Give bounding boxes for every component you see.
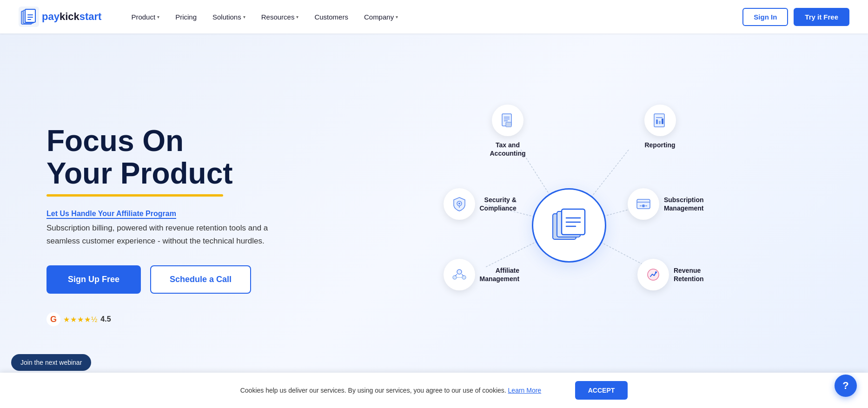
svg-point-29: [457, 270, 462, 274]
hero-buttons: Sign Up Free Schedule a Call: [46, 265, 307, 294]
node-label-tax: Tax and Accounting: [490, 141, 526, 158]
node-label-affiliate: Affiliate Management: [480, 266, 520, 283]
help-bubble[interactable]: ?: [835, 375, 857, 397]
svg-rect-22: [662, 118, 663, 124]
signin-button[interactable]: Sign In: [742, 8, 788, 26]
chevron-down-icon: ▾: [396, 14, 398, 20]
node-reporting: Reporting: [644, 105, 676, 149]
g2-logo: G: [46, 312, 60, 326]
node-circle-security: [444, 188, 475, 220]
node-affiliate: Affiliate Management: [444, 259, 520, 290]
nav-item-product[interactable]: Product ▾: [125, 9, 166, 25]
hero-subtitle: Let Us Handle Your Affiliate Program: [46, 210, 307, 218]
nav-links: Product ▾ Pricing Solutions ▾ Resources …: [125, 9, 742, 25]
node-circle-affiliate: [444, 259, 475, 290]
signup-button[interactable]: Sign Up Free: [46, 265, 141, 294]
node-tax: Tax and Accounting: [490, 105, 526, 158]
logo-text: paykickstart: [42, 11, 101, 23]
node-label-revenue: Revenue Retention: [674, 266, 704, 283]
node-subscription: Subscription Management: [628, 188, 704, 220]
hero-description: Subscription billing, powered with reven…: [46, 222, 279, 248]
center-logo-circle: [532, 188, 606, 263]
nav-item-resources[interactable]: Resources ▾: [255, 9, 305, 25]
nav-actions: Sign In Try it Free: [742, 8, 849, 26]
svg-rect-17: [506, 122, 511, 127]
hero-section: Focus On Your Product Let Us Handle Your…: [0, 33, 868, 408]
node-circle-subscription: [628, 188, 659, 220]
nav-item-customers[interactable]: Customers: [308, 9, 355, 25]
node-label-security: Security & Compliance: [480, 196, 517, 212]
node-circle-reporting: [644, 105, 676, 136]
g2-badge: G ★★★★½ 4.5: [46, 312, 111, 326]
node-revenue: Revenue Retention: [637, 259, 704, 290]
nav-item-company[interactable]: Company ▾: [358, 9, 404, 25]
logo[interactable]: paykickstart: [19, 7, 101, 27]
svg-point-36: [655, 271, 657, 273]
schedule-button[interactable]: Schedule a Call: [150, 265, 251, 294]
svg-rect-21: [659, 121, 661, 124]
chevron-down-icon: ▾: [243, 14, 245, 20]
node-label-reporting: Reporting: [644, 141, 675, 149]
nav-item-solutions[interactable]: Solutions ▾: [206, 9, 252, 25]
svg-point-28: [642, 204, 645, 207]
hero-title: Focus On Your Product: [46, 125, 307, 190]
svg-point-30: [453, 276, 457, 279]
chevron-down-icon: ▾: [157, 14, 159, 20]
star-rating: ★★★★½: [63, 315, 98, 324]
cookie-learn-more-link[interactable]: Learn More: [508, 387, 542, 394]
svg-rect-3: [25, 9, 35, 22]
chevron-down-icon: ▾: [296, 14, 298, 20]
node-circle-tax: [492, 105, 523, 136]
svg-point-24: [458, 203, 460, 204]
hero-underline: [46, 194, 223, 197]
hero-content: Focus On Your Product Let Us Handle Your…: [46, 125, 307, 327]
node-label-subscription: Subscription Management: [664, 196, 704, 212]
cookie-banner: Cookies help us deliver our services. By…: [0, 373, 868, 408]
accept-cookies-button[interactable]: ACCEPT: [575, 381, 628, 400]
nav-item-pricing[interactable]: Pricing: [169, 9, 203, 25]
hero-diagram: Tax and Accounting Reporting Securi: [307, 86, 831, 365]
navbar: paykickstart Product ▾ Pricing Solutions…: [0, 0, 868, 33]
try-free-button[interactable]: Try it Free: [794, 8, 849, 26]
webinar-pill[interactable]: Join the next webinar: [11, 354, 91, 371]
cookie-text: Cookies help us deliver our services. By…: [240, 387, 566, 394]
node-circle-revenue: [637, 259, 669, 290]
svg-rect-20: [656, 119, 658, 124]
diagram-wrapper: Tax and Accounting Reporting Securi: [434, 95, 704, 355]
svg-point-31: [462, 276, 466, 279]
rating-number: 4.5: [100, 315, 111, 323]
node-security: Security & Compliance: [444, 188, 517, 220]
hero-badges: G ★★★★½ 4.5: [46, 312, 307, 326]
